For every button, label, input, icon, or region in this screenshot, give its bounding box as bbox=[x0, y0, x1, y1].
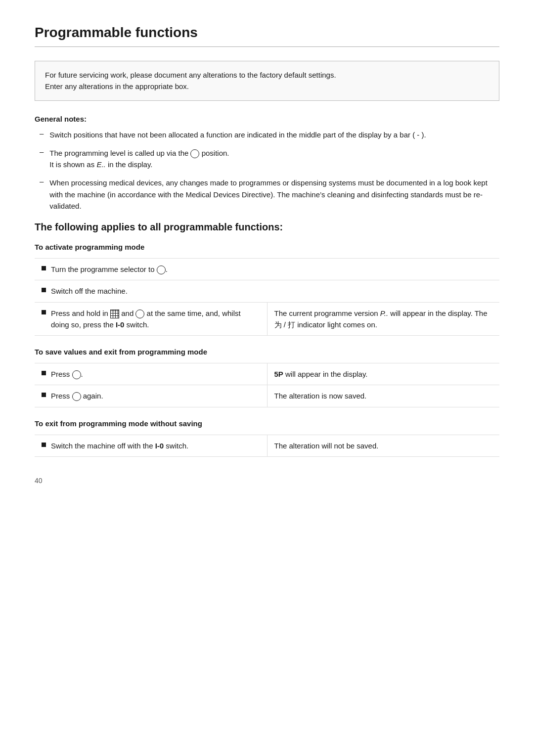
activate-step-3: Press and hold in and at the same time, … bbox=[35, 302, 499, 336]
bullet-icon bbox=[42, 266, 46, 270]
bullet-icon bbox=[42, 371, 46, 375]
info-box: For future servicing work, please docume… bbox=[35, 61, 499, 101]
page-number: 40 bbox=[35, 477, 499, 485]
grid-icon bbox=[110, 310, 119, 318]
general-notes-heading: General notes: bbox=[35, 115, 499, 123]
bullet-icon bbox=[42, 443, 46, 447]
sub-heading: The following applies to all programmabl… bbox=[35, 222, 499, 233]
circle-icon-3 bbox=[72, 392, 81, 401]
title-divider bbox=[35, 46, 499, 47]
general-notes-item-1: Switch positions that have not been allo… bbox=[35, 129, 499, 140]
bullet-icon bbox=[42, 393, 46, 397]
bullet-icon bbox=[42, 310, 46, 314]
save-step-2: Press again. The alteration is now saved… bbox=[35, 385, 499, 407]
activate-step-2: Switch off the machine. bbox=[35, 280, 499, 302]
save-heading: To save values and exit from programming… bbox=[35, 348, 499, 356]
circle-icon-2 bbox=[72, 370, 81, 379]
page-title: Programmable functions bbox=[35, 25, 499, 41]
save-step-1: Press . 5P will appear in the display. bbox=[35, 363, 499, 385]
general-notes-list: Switch positions that have not been allo… bbox=[35, 129, 499, 212]
save-table: Press . 5P will appear in the display. P… bbox=[35, 363, 499, 407]
programme-selector-icon bbox=[190, 149, 199, 158]
programme-selector-icon-2 bbox=[157, 266, 166, 274]
general-notes-item-2: The programming level is called up via t… bbox=[35, 147, 499, 171]
circle-icon bbox=[135, 310, 144, 318]
activate-heading: To activate programming mode bbox=[35, 243, 499, 251]
exit-step-1: Switch the machine off with the I-0 swit… bbox=[35, 435, 499, 456]
activate-step-1: Turn the programme selector to . bbox=[35, 259, 499, 280]
info-box-text: For future servicing work, please docume… bbox=[45, 69, 489, 92]
activate-table: Turn the programme selector to . Switch … bbox=[35, 258, 499, 336]
exit-table: Switch the machine off with the I-0 swit… bbox=[35, 435, 499, 457]
general-notes-item-3: When processing medical devices, any cha… bbox=[35, 177, 499, 212]
bullet-icon bbox=[42, 288, 46, 292]
exit-heading: To exit from programming mode without sa… bbox=[35, 419, 499, 428]
